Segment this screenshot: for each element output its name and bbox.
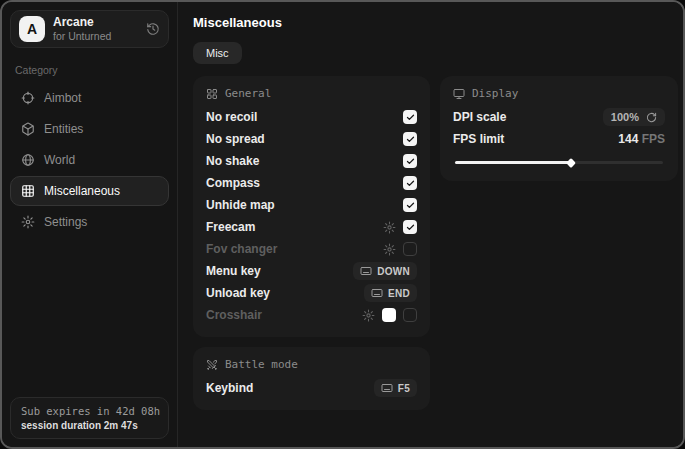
- menu-key-binding[interactable]: DOWN: [353, 262, 417, 280]
- setting-label: Compass: [206, 176, 260, 190]
- setting-label: FPS limit: [453, 132, 504, 146]
- check-icon: [406, 201, 415, 210]
- avatar-letter: A: [27, 21, 37, 37]
- battle-mode-card-title: Battle mode: [225, 358, 298, 371]
- setting-row-menu-key: Menu key DOWN: [206, 260, 417, 282]
- setting-row-unload-key: Unload key END: [206, 282, 417, 304]
- sidebar-item-miscellaneous[interactable]: Miscellaneous: [10, 176, 169, 206]
- dpi-scale-value: 100%: [611, 111, 639, 123]
- setting-row-fov-changer: Fov changer: [206, 238, 417, 260]
- setting-row-unhide-map: Unhide map: [206, 194, 417, 216]
- sidebar-item-label: Miscellaneous: [44, 184, 120, 198]
- right-column: Display DPI scale 100% FPS limit 144 FPS: [440, 76, 678, 181]
- keyboard-icon: [360, 265, 372, 277]
- display-card: Display DPI scale 100% FPS limit 144 FPS: [440, 76, 678, 181]
- keyboard-icon: [381, 382, 393, 394]
- setting-label: No spread: [206, 132, 265, 146]
- setting-row-no-shake: No shake: [206, 150, 417, 172]
- session-duration-text: session duration 2m 47s: [21, 420, 158, 431]
- setting-label: No recoil: [206, 110, 257, 124]
- key-label: F5: [398, 383, 410, 394]
- sidebar-item-label: Aimbot: [44, 91, 81, 105]
- setting-label: Freecam: [206, 220, 255, 234]
- fps-unit: FPS: [642, 132, 665, 146]
- sidebar-item-aimbot[interactable]: Aimbot: [10, 83, 169, 113]
- fps-slider-thumb[interactable]: [567, 158, 577, 168]
- setting-row-keybind: Keybind F5: [206, 377, 417, 399]
- category-label: Category: [15, 64, 164, 76]
- no-spread-checkbox[interactable]: [403, 132, 417, 146]
- unhide-map-checkbox[interactable]: [403, 198, 417, 212]
- fps-slider-fill: [455, 161, 571, 164]
- sidebar: A Arcane for Unturned Category Aimbot: [2, 2, 178, 447]
- display-card-title: Display: [472, 87, 518, 100]
- setting-row-crosshair: Crosshair: [206, 304, 417, 326]
- setting-label: Keybind: [206, 381, 253, 395]
- check-icon: [406, 223, 415, 232]
- sub-expiry-text: Sub expires in 42d 08h: [21, 405, 158, 417]
- key-label: END: [388, 288, 410, 299]
- sidebar-item-label: Entities: [44, 122, 83, 136]
- unload-key-binding[interactable]: END: [364, 284, 417, 302]
- setting-label: Crosshair: [206, 308, 262, 322]
- fov-changer-checkbox[interactable]: [403, 242, 417, 256]
- freecam-checkbox[interactable]: [403, 220, 417, 234]
- sidebar-nav: Aimbot Entities World Miscellaneous: [10, 83, 169, 237]
- sidebar-item-settings[interactable]: Settings: [10, 207, 169, 237]
- content-area: General No recoil No spread No shake: [193, 76, 678, 410]
- setting-label: No shake: [206, 154, 259, 168]
- freecam-gear-icon[interactable]: [383, 221, 396, 234]
- check-icon: [406, 113, 415, 122]
- battle-mode-card-header: Battle mode: [206, 358, 417, 371]
- setting-label: Unload key: [206, 286, 270, 300]
- tab-misc[interactable]: Misc: [193, 42, 242, 64]
- avatar: A: [19, 16, 45, 42]
- fps-limit-value: 144 FPS: [618, 132, 665, 146]
- left-column: General No recoil No spread No shake: [193, 76, 430, 410]
- crosshair-icon: [21, 91, 35, 105]
- sidebar-item-world[interactable]: World: [10, 145, 169, 175]
- setting-row-freecam: Freecam: [206, 216, 417, 238]
- check-icon: [406, 135, 415, 144]
- subscription-info: Sub expires in 42d 08h session duration …: [10, 397, 169, 439]
- sidebar-item-label: World: [44, 153, 75, 167]
- monitor-icon: [453, 88, 465, 100]
- globe-icon: [21, 153, 35, 167]
- battle-mode-key-binding[interactable]: F5: [374, 379, 417, 397]
- setting-row-compass: Compass: [206, 172, 417, 194]
- reset-icon[interactable]: [646, 112, 657, 123]
- grid-icon: [21, 184, 35, 198]
- crosshair-checkbox[interactable]: [403, 308, 417, 322]
- general-card-header: General: [206, 87, 417, 100]
- display-card-header: Display: [453, 87, 665, 100]
- fps-limit-slider[interactable]: [455, 161, 663, 164]
- check-icon: [406, 157, 415, 166]
- fps-number: 144: [618, 132, 638, 146]
- keyboard-icon: [371, 287, 383, 299]
- setting-label: DPI scale: [453, 110, 506, 124]
- fov-changer-gear-icon[interactable]: [383, 243, 396, 256]
- setting-row-no-recoil: No recoil: [206, 106, 417, 128]
- setting-row-dpi-scale: DPI scale 100%: [453, 106, 665, 128]
- no-shake-checkbox[interactable]: [403, 154, 417, 168]
- swords-icon: [206, 359, 218, 371]
- main-panel: Miscellaneous Misc General No recoil: [178, 2, 685, 447]
- brand-text: Arcane for Unturned: [53, 16, 111, 42]
- history-icon[interactable]: [146, 22, 160, 36]
- sidebar-item-entities[interactable]: Entities: [10, 114, 169, 144]
- sidebar-item-label: Settings: [44, 215, 87, 229]
- general-card: General No recoil No spread No shake: [193, 76, 430, 337]
- compass-checkbox[interactable]: [403, 176, 417, 190]
- dpi-scale-value-box[interactable]: 100%: [603, 108, 665, 126]
- crosshair-gear-icon[interactable]: [362, 309, 375, 322]
- battle-mode-card: Battle mode Keybind F5: [193, 347, 430, 410]
- no-recoil-checkbox[interactable]: [403, 110, 417, 124]
- setting-row-no-spread: No spread: [206, 128, 417, 150]
- arcane-window: A Arcane for Unturned Category Aimbot: [0, 0, 685, 449]
- general-card-title: General: [225, 87, 271, 100]
- layout-grid-icon: [206, 88, 218, 100]
- setting-label: Menu key: [206, 264, 261, 278]
- crosshair-color-swatch[interactable]: [382, 308, 396, 322]
- brand-name: Arcane: [53, 16, 111, 30]
- gear-icon: [21, 215, 35, 229]
